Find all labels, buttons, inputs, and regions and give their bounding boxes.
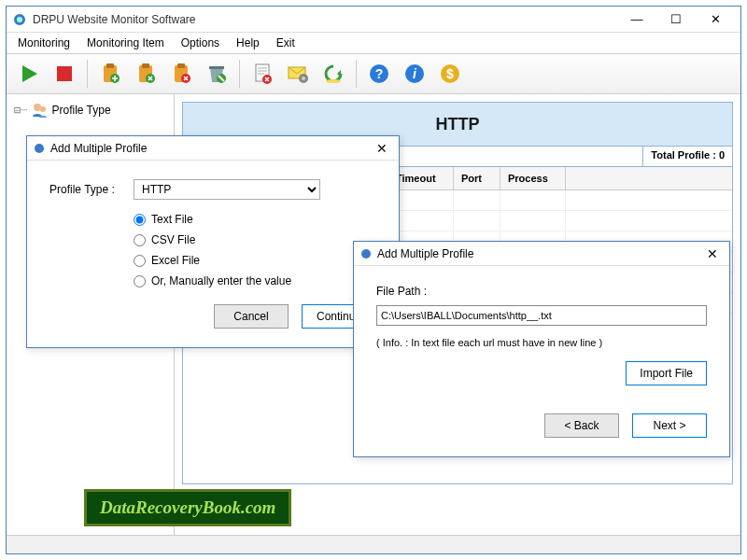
mail-settings-button[interactable] [281, 57, 315, 91]
back-button[interactable]: < Back [544, 413, 619, 438]
menu-exit[interactable]: Exit [269, 35, 303, 51]
play-button[interactable] [12, 57, 46, 91]
svg-rect-8 [142, 63, 149, 68]
svg-rect-13 [209, 66, 224, 69]
next-button[interactable]: Next > [632, 413, 707, 438]
maximize-button[interactable]: ☐ [656, 8, 696, 31]
dialog-buttons: Cancel Continue [49, 304, 376, 329]
col-process[interactable]: Process [500, 167, 566, 189]
info-note: ( Info. : In text file each url must hav… [376, 337, 707, 348]
purchase-button[interactable]: $ [433, 57, 467, 91]
svg-point-29 [40, 106, 46, 112]
clipboard-edit-button[interactable] [129, 57, 162, 91]
menu-help[interactable]: Help [229, 35, 267, 51]
profile-type-row: Profile Type : HTTP [49, 179, 376, 200]
status-total: Total Profile : 0 [643, 147, 732, 166]
dialog-titlebar: Add Multiple Profile ✕ [354, 242, 729, 266]
dialog-close-button[interactable]: ✕ [701, 246, 724, 261]
minimize-button[interactable]: — [617, 8, 656, 31]
statusbar [7, 535, 740, 553]
file-path-input[interactable] [376, 305, 707, 326]
svg-point-21 [326, 79, 341, 83]
radio-manual[interactable]: Or, Manually enter the value [134, 274, 376, 287]
document-error-button[interactable] [246, 57, 279, 91]
watermark: DataRecoveryBook.com [84, 489, 291, 526]
source-radio-group: Text File CSV File Excel File Or, Manual… [134, 213, 376, 287]
radio-excel-file[interactable]: Excel File [134, 254, 376, 267]
dialog-title: Add Multiple Profile [50, 142, 371, 155]
profile-type-select[interactable]: HTTP [134, 179, 320, 200]
menubar: Monitoring Monitoring Item Options Help … [7, 33, 740, 53]
col-port[interactable]: Port [454, 167, 500, 189]
svg-point-28 [34, 104, 41, 111]
clipboard-add-button[interactable] [93, 57, 127, 91]
window-title: DRPU Website Monitor Software [33, 13, 617, 26]
radio-excel-file-input[interactable] [134, 255, 146, 267]
radio-csv-file-input[interactable] [134, 234, 146, 246]
menu-monitoring-item[interactable]: Monitoring Item [79, 35, 172, 51]
stop-button[interactable] [48, 57, 81, 91]
clipboard-delete-button[interactable] [164, 57, 198, 91]
radio-csv-file[interactable]: CSV File [134, 233, 376, 246]
dialog-body: Profile Type : HTTP Text File CSV File E… [27, 161, 399, 347]
wizard-buttons: < Back Next > [376, 413, 707, 438]
refresh-button[interactable] [317, 57, 350, 91]
svg-rect-5 [106, 63, 114, 68]
radio-manual-input[interactable] [134, 275, 146, 287]
tree-root-label: Profile Type [51, 104, 110, 117]
dialog-icon [359, 247, 373, 260]
svg-text:$: $ [446, 66, 454, 81]
help-button[interactable]: ? [362, 57, 396, 91]
trash-button[interactable] [200, 57, 233, 91]
menu-options[interactable]: Options [174, 35, 227, 51]
radio-text-file[interactable]: Text File [134, 213, 376, 226]
menu-monitoring[interactable]: Monitoring [10, 35, 78, 51]
dialog-body: File Path : ( Info. : In text file each … [354, 266, 729, 456]
dialog-close-button[interactable]: ✕ [371, 141, 393, 156]
svg-point-1 [17, 17, 22, 22]
tree-expand-icon[interactable]: ⊟┈ [14, 104, 27, 117]
protocol-title: HTTP [436, 115, 480, 134]
import-file-button[interactable]: Import File [626, 361, 707, 385]
svg-marker-2 [22, 65, 37, 82]
dialog-icon [33, 142, 46, 155]
tree-root[interactable]: ⊟┈ Profile Type [12, 100, 168, 120]
svg-point-31 [361, 249, 371, 259]
close-button[interactable]: ✕ [696, 8, 735, 31]
svg-point-19 [302, 77, 305, 80]
svg-rect-11 [177, 63, 185, 68]
svg-rect-3 [57, 66, 72, 81]
add-profile-dialog-2: Add Multiple Profile ✕ File Path : ( Inf… [353, 241, 730, 457]
svg-point-30 [35, 144, 44, 153]
profile-icon [31, 102, 48, 119]
file-path-label: File Path : [376, 285, 707, 298]
toolbar-separator [87, 60, 88, 88]
titlebar: DRPU Website Monitor Software — ☐ ✕ [7, 7, 740, 33]
window-buttons: — ☐ ✕ [617, 8, 735, 31]
radio-text-file-input[interactable] [134, 214, 146, 226]
dialog-titlebar: Add Multiple Profile ✕ [27, 136, 399, 161]
toolbar: ? i $ [7, 53, 740, 94]
svg-text:?: ? [375, 66, 384, 81]
profile-type-label: Profile Type : [49, 183, 134, 196]
toolbar-separator [356, 60, 357, 88]
cancel-button[interactable]: Cancel [214, 304, 289, 329]
toolbar-separator [239, 60, 240, 88]
add-profile-dialog-1: Add Multiple Profile ✕ Profile Type : HT… [26, 135, 400, 348]
app-icon [12, 12, 27, 27]
dialog-title: Add Multiple Profile [377, 247, 701, 260]
info-button[interactable]: i [398, 57, 431, 91]
